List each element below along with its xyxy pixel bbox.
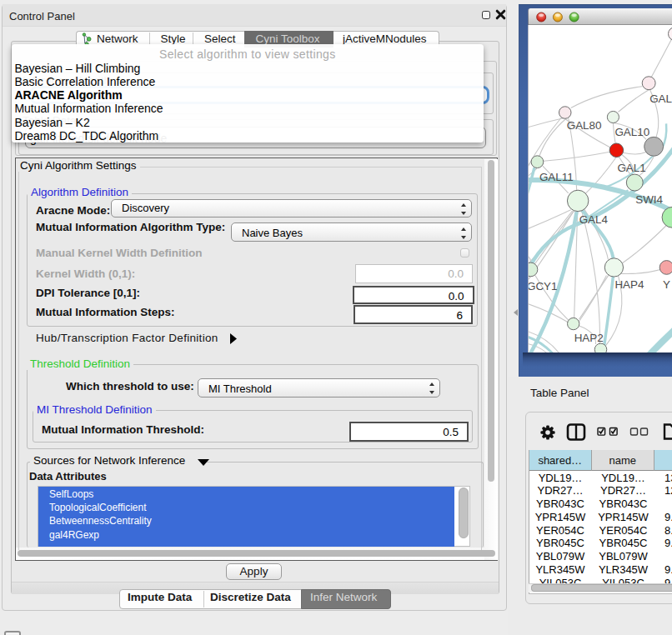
svg-text:GAL1: GAL1 [617, 162, 645, 174]
svg-text:GAL10: GAL10 [614, 126, 649, 138]
svg-text:GAL2: GAL2 [649, 92, 672, 105]
svg-text:SWI4: SWI4 [635, 193, 663, 206]
svg-text:Y: Y [663, 278, 670, 291]
svg-text:HAP4: HAP4 [614, 278, 644, 291]
svg-text:HAP2: HAP2 [574, 332, 604, 344]
svg-text:GAL80: GAL80 [567, 119, 602, 132]
svg-text:GAL4: GAL4 [579, 213, 609, 226]
svg-text:GAL11: GAL11 [539, 171, 574, 183]
svg-text:GCY1: GCY1 [528, 280, 558, 292]
